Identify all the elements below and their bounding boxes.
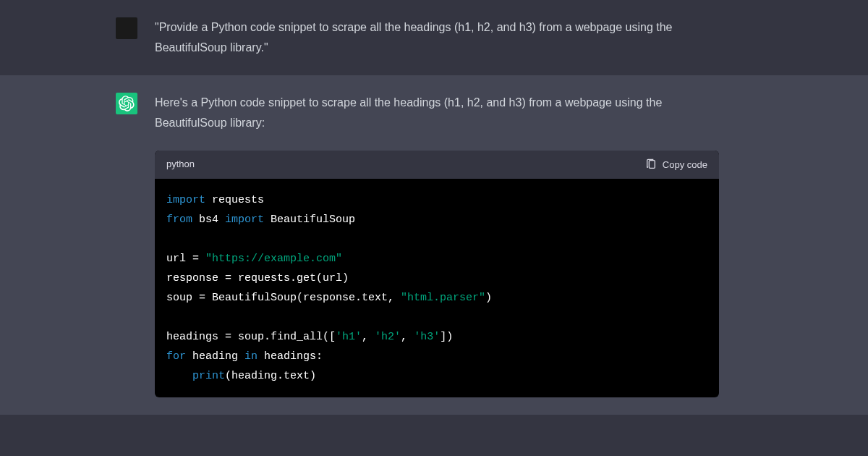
code-token: ) [485,292,492,304]
code-token [218,214,225,226]
code-token: in [244,350,258,363]
code-token: = [186,253,205,265]
code-token: = [218,331,238,343]
code-token: response [166,272,218,284]
user-message-row: "Provide a Python code snippet to scrape… [0,0,868,75]
code-token: "https://example.com" [205,253,342,265]
code-token: for [166,350,186,363]
code-body[interactable]: import requests from bs4 import Beautifu… [155,179,719,397]
code-token: ]) [440,331,453,343]
code-token: bs4 [199,214,218,226]
code-token: import [225,214,264,226]
user-avatar [116,17,137,39]
code-token: url [166,253,186,265]
code-token: headings: [258,350,323,363]
code-token: soup [166,292,192,304]
clipboard-icon [645,159,657,170]
code-token: headings [166,331,218,343]
code-token: (heading.text) [225,370,316,382]
assistant-message-row: Here's a Python code snippet to scrape a… [0,75,868,415]
code-token: , [401,331,414,343]
code-token: requests [212,194,264,206]
code-token: = [218,272,238,284]
code-token: "html.parser" [401,292,485,304]
code-block-header: python Copy code [155,151,719,179]
user-message-text: "Provide a Python code snippet to scrape… [155,17,748,58]
assistant-avatar [116,93,137,114]
copy-code-button[interactable]: Copy code [645,159,707,170]
assistant-message-content: Here's a Python code snippet to scrape a… [155,93,748,397]
code-token [192,214,199,226]
openai-logo-icon [119,96,135,111]
code-token [205,194,212,206]
code-block: python Copy code import requests from bs… [155,151,719,397]
code-token: , [362,331,375,343]
code-language-label: python [166,156,195,173]
code-token: print [166,370,225,382]
code-token: 'h3' [414,331,440,343]
code-token: import [166,194,205,206]
code-token: = [192,292,212,304]
code-token: requests.get(url) [238,272,349,284]
code-token [186,350,192,363]
code-token: soup.find_all([ [238,331,336,343]
code-token: BeautifulSoup(response.text, [212,292,401,304]
code-token: BeautifulSoup [271,214,355,226]
code-token [238,350,244,363]
code-token: heading [192,350,238,363]
assistant-message-intro: Here's a Python code snippet to scrape a… [155,93,719,133]
code-token: 'h2' [375,331,401,343]
code-token: 'h1' [336,331,362,343]
code-token: from [166,214,192,226]
copy-code-label: Copy code [663,159,707,170]
svg-rect-0 [649,161,655,169]
code-token [264,214,271,226]
